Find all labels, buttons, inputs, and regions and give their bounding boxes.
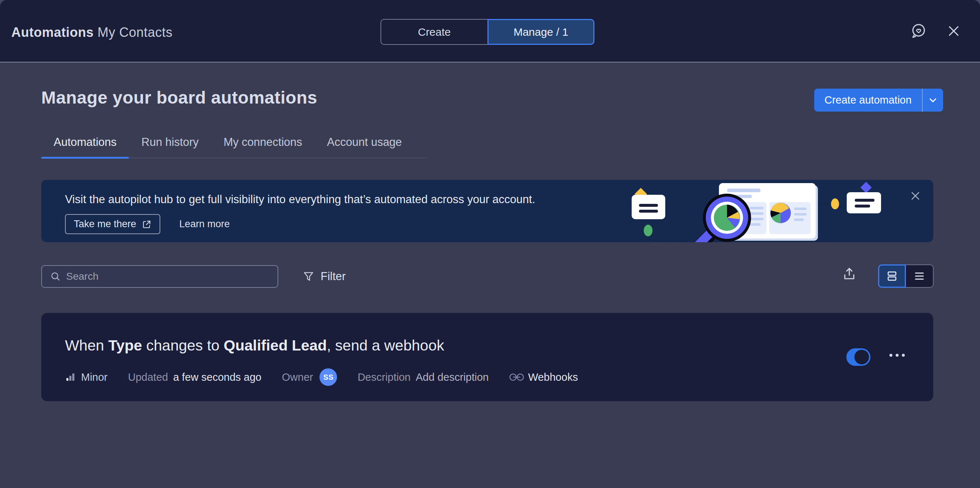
- sentence-middle: changes to: [142, 337, 223, 354]
- ellipsis-dot: [889, 354, 892, 357]
- automation-menu-button[interactable]: [889, 354, 905, 357]
- complexity-label: Minor: [81, 371, 108, 383]
- filter-funnel-icon: [302, 270, 315, 283]
- tab-account-usage[interactable]: Account usage: [315, 136, 414, 158]
- take-me-there-label: Take me there: [74, 219, 136, 230]
- filter-button[interactable]: Filter: [302, 265, 346, 288]
- feedback-bubble-heart-icon: [910, 22, 927, 40]
- external-link-icon: [142, 220, 151, 229]
- automation-sentence: When Type changes to Qualified Lead, sen…: [65, 337, 444, 354]
- tab-automations[interactable]: Automations: [41, 136, 129, 158]
- close-icon: [947, 24, 961, 38]
- sentence-trigger-value: Qualified Lead: [224, 337, 327, 354]
- complexity-bars-icon: [65, 372, 76, 383]
- list-view-icon: [913, 269, 926, 283]
- section-tabs: Automations Run history My connections A…: [41, 136, 428, 158]
- create-automation-button[interactable]: Create automation: [814, 89, 923, 112]
- banner-close-button[interactable]: [910, 190, 921, 202]
- sentence-trigger-field: Type: [108, 337, 142, 354]
- list-view-button[interactable]: [906, 265, 934, 288]
- export-button[interactable]: [842, 266, 857, 283]
- webhook-link-icon: [509, 372, 524, 383]
- feedback-button[interactable]: [910, 22, 927, 40]
- search-box: [41, 265, 278, 288]
- ellipsis-dot: [902, 354, 905, 357]
- create-automation-split-button: Create automation: [814, 89, 943, 112]
- tab-my-connections[interactable]: My connections: [211, 136, 314, 158]
- toggle-knob: [854, 350, 869, 364]
- tab-run-history[interactable]: Run history: [129, 136, 211, 158]
- cards-view-button[interactable]: [878, 265, 906, 288]
- ellipsis-dot: [896, 354, 899, 357]
- page-title: Manage your board automations: [41, 87, 317, 108]
- topbar-actions: [910, 22, 961, 40]
- window-title-board: My Contacts: [97, 25, 173, 40]
- chevron-down-icon: [928, 95, 939, 106]
- top-bar: Automations My Contacts Create Manage / …: [0, 0, 980, 63]
- window-title: Automations My Contacts: [11, 25, 173, 40]
- view-toggle: [878, 265, 934, 288]
- tab-manage[interactable]: Manage / 1: [487, 19, 594, 45]
- create-automation-dropdown-button[interactable]: [923, 89, 943, 112]
- banner-actions: Take me there Learn more: [65, 214, 230, 234]
- take-me-there-button[interactable]: Take me there: [65, 214, 160, 234]
- sentence-prefix: When: [65, 337, 108, 354]
- owner-label: Owner: [282, 371, 313, 383]
- banner-close-icon: [910, 190, 921, 202]
- window-title-primary: Automations: [11, 25, 94, 40]
- add-description-link[interactable]: Add description: [415, 371, 488, 383]
- export-upload-icon: [842, 266, 857, 282]
- tab-create[interactable]: Create: [380, 19, 487, 45]
- automation-meta-row: Minor Updated a few seconds ago Owner SS…: [65, 368, 578, 386]
- automations-modal: Automations My Contacts Create Manage / …: [0, 0, 980, 488]
- learn-more-link[interactable]: Learn more: [179, 219, 230, 230]
- filter-label: Filter: [321, 270, 346, 283]
- owner-avatar[interactable]: SS: [320, 368, 337, 386]
- close-modal-button[interactable]: [947, 24, 961, 38]
- banner-message: Visit the autopilot hub to get full visi…: [65, 193, 535, 206]
- description-label: Description: [358, 371, 410, 383]
- updated-label: Updated: [128, 371, 168, 383]
- updated-value: a few seconds ago: [173, 371, 261, 383]
- create-manage-switcher: Create Manage / 1: [380, 19, 594, 45]
- search-input[interactable]: [66, 271, 256, 282]
- connection-app-label[interactable]: Webhooks: [528, 371, 578, 383]
- autopilot-illustration: [614, 180, 929, 242]
- cards-view-icon: [885, 269, 899, 283]
- sentence-suffix: , send a webhook: [327, 337, 444, 354]
- search-icon: [50, 271, 61, 282]
- automation-active-toggle[interactable]: [846, 348, 870, 366]
- autopilot-banner: Visit the autopilot hub to get full visi…: [41, 180, 933, 242]
- automation-card[interactable]: When Type changes to Qualified Lead, sen…: [41, 313, 933, 401]
